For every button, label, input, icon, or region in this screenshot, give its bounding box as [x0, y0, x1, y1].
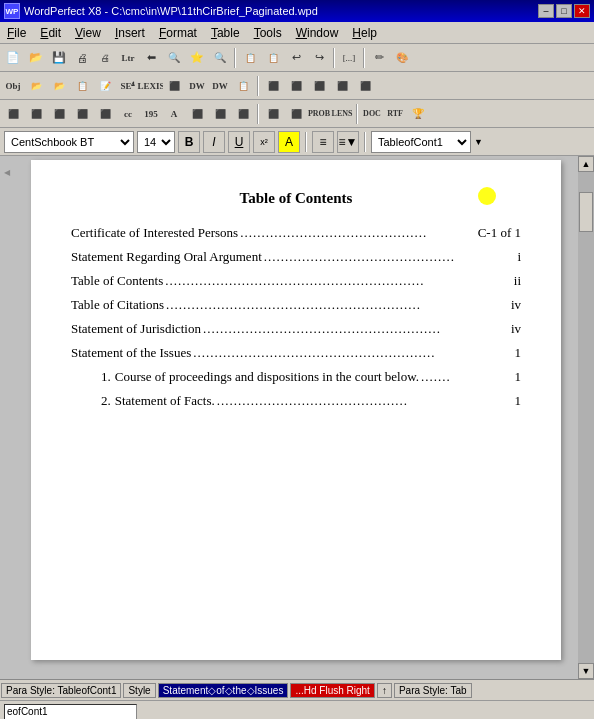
toolbar1: 📄 📂 💾 🖨 🖨 Ltr ⬅ 🔍 ⭐ 🔍 📋 📋 ↩ ↪ [...] ✏ 🎨: [0, 44, 594, 72]
print-button[interactable]: 🖨: [71, 47, 93, 69]
tb3-btn10[interactable]: ⬛: [209, 103, 231, 125]
status-input-field[interactable]: [4, 704, 137, 720]
tb2-btn12[interactable]: ⬛: [262, 75, 284, 97]
paragraph-style-select[interactable]: TableofCont1: [371, 131, 471, 153]
toolbar3: ⬛ ⬛ ⬛ ⬛ ⬛ cc 195 A ⬛ ⬛ ⬛ ⬛ ⬛ PROB LENS D…: [0, 100, 594, 128]
scroll-track[interactable]: [578, 172, 594, 663]
close-button[interactable]: ✕: [574, 4, 590, 18]
arrow-left-button[interactable]: ⬅: [140, 47, 162, 69]
toc-text-1: Statement Regarding Oral Argument: [71, 249, 262, 265]
menu-window[interactable]: Window: [289, 24, 346, 42]
redo-btn[interactable]: ↪: [308, 47, 330, 69]
style-dropdown-arrow[interactable]: ▼: [474, 137, 483, 147]
open4-btn[interactable]: 📂: [48, 75, 70, 97]
tb3-a[interactable]: A: [163, 103, 185, 125]
toc-sub-dots-0: .......: [421, 369, 513, 385]
tb3-trophy[interactable]: 🏆: [407, 103, 429, 125]
tb3-btn9[interactable]: ⬛: [186, 103, 208, 125]
menu-file[interactable]: File: [0, 24, 33, 42]
toc-text-4: Statement of Jurisdiction: [71, 321, 201, 337]
tb2-btn5[interactable]: 📝: [94, 75, 116, 97]
scroll-down-button[interactable]: ▼: [578, 663, 594, 679]
menu-format[interactable]: Format: [152, 24, 204, 42]
color-btn[interactable]: 🎨: [391, 47, 413, 69]
status-para-style2[interactable]: Para Style: Tab: [394, 683, 472, 698]
status-arrow-up[interactable]: ↑: [377, 683, 392, 698]
bold-button[interactable]: B: [178, 131, 200, 153]
zoom-button[interactable]: 🔍: [209, 47, 231, 69]
indent-button[interactable]: ≡▼: [337, 131, 359, 153]
tb3-btn3[interactable]: ⬛: [48, 103, 70, 125]
tb2-btn11[interactable]: 📋: [232, 75, 254, 97]
tb3-195[interactable]: 195: [140, 103, 162, 125]
title-bar: WP WordPerfect X8 - C:\cmc\in\WP\11thCir…: [0, 0, 594, 22]
tb2-btn7[interactable]: LEXIS: [140, 75, 162, 97]
status-style[interactable]: Style: [123, 683, 155, 698]
status-hd-flush[interactable]: ...Hd Flush Right: [290, 683, 374, 698]
copy-btn[interactable]: 📋: [239, 47, 261, 69]
minimize-button[interactable]: –: [538, 4, 554, 18]
tb2-btn13[interactable]: ⬛: [285, 75, 307, 97]
ltr-button[interactable]: Ltr: [117, 47, 139, 69]
find-button[interactable]: 🔍: [163, 47, 185, 69]
new-button[interactable]: 📄: [2, 47, 24, 69]
toc-page-2: ii: [514, 273, 521, 289]
pen-btn[interactable]: ✏: [368, 47, 390, 69]
toc-entry-5: Statement of the Issues ................…: [71, 345, 521, 361]
paste-btn[interactable]: 📋: [262, 47, 284, 69]
open3-btn[interactable]: 📂: [25, 75, 47, 97]
tb2-btn6[interactable]: SE⁴: [117, 75, 139, 97]
tb3-btn5[interactable]: ⬛: [94, 103, 116, 125]
font-name-select[interactable]: CentSchbook BT: [4, 131, 134, 153]
tb2-btn8[interactable]: ⬛: [163, 75, 185, 97]
tb3-btn12[interactable]: ⬛: [262, 103, 284, 125]
undo-btn[interactable]: ↩: [285, 47, 307, 69]
align-button[interactable]: ≡: [312, 131, 334, 153]
open-button[interactable]: 📂: [25, 47, 47, 69]
italic-button[interactable]: I: [203, 131, 225, 153]
tb2-btn16[interactable]: ⬛: [354, 75, 376, 97]
tb3-btn13[interactable]: ⬛: [285, 103, 307, 125]
toc-sub-0: 1. Course of proceedings and disposition…: [71, 369, 521, 385]
tb3-doc[interactable]: DOC: [361, 103, 383, 125]
status-statement[interactable]: Statement◇of◇the◇Issues: [158, 683, 289, 698]
menu-edit[interactable]: Edit: [33, 24, 68, 42]
bracket-btn[interactable]: [...]: [338, 47, 360, 69]
sep8: [364, 132, 366, 152]
tb2-btn4[interactable]: 📋: [71, 75, 93, 97]
open2-btn[interactable]: Obj: [2, 75, 24, 97]
tb3-btn11[interactable]: ⬛: [232, 103, 254, 125]
toc-dots-1: ........................................…: [264, 249, 516, 265]
scroll-up-button[interactable]: ▲: [578, 156, 594, 172]
status-para-style[interactable]: Para Style: TableofCont1: [1, 683, 121, 698]
tb2-btn9[interactable]: DW: [186, 75, 208, 97]
toc-sub-page-1: 1: [515, 393, 522, 409]
sep5: [257, 104, 259, 124]
save-button[interactable]: 💾: [48, 47, 70, 69]
tb2-btn14[interactable]: ⬛: [308, 75, 330, 97]
tb3-btn2[interactable]: ⬛: [25, 103, 47, 125]
underline-button[interactable]: U: [228, 131, 250, 153]
tb3-btn4[interactable]: ⬛: [71, 103, 93, 125]
menu-table[interactable]: Table: [204, 24, 247, 42]
tb3-lens[interactable]: LENS: [331, 103, 353, 125]
tb3-prob[interactable]: PROB: [308, 103, 330, 125]
highlight-button[interactable]: A: [278, 131, 300, 153]
tb3-rtf[interactable]: RTF: [384, 103, 406, 125]
font-size-select[interactable]: 14: [137, 131, 175, 153]
star-button[interactable]: ⭐: [186, 47, 208, 69]
tb3-cc[interactable]: cc: [117, 103, 139, 125]
tb2-btn15[interactable]: ⬛: [331, 75, 353, 97]
tb2-btn10[interactable]: DW: [209, 75, 231, 97]
superscript-button[interactable]: x²: [253, 131, 275, 153]
cursor-indicator: [478, 187, 496, 205]
print2-button[interactable]: 🖨: [94, 47, 116, 69]
maximize-button[interactable]: □: [556, 4, 572, 18]
document-page: Table of Contents Certificate of Interes…: [31, 160, 561, 660]
menu-tools[interactable]: Tools: [247, 24, 289, 42]
menu-help[interactable]: Help: [345, 24, 384, 42]
tb3-btn1[interactable]: ⬛: [2, 103, 24, 125]
scroll-thumb[interactable]: [579, 192, 593, 232]
menu-view[interactable]: View: [68, 24, 108, 42]
menu-insert[interactable]: Insert: [108, 24, 152, 42]
